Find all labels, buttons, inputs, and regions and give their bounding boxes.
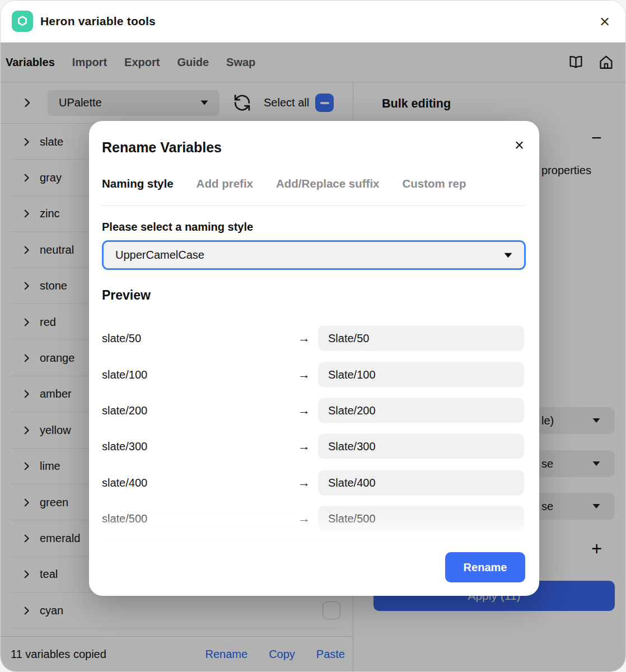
arrow-right-icon: → (298, 548, 310, 558)
preview-to-input[interactable]: Slate/300 (318, 434, 524, 459)
arrow-right-icon: → (298, 403, 310, 418)
modal-close-icon[interactable]: × (515, 137, 524, 153)
arrow-right-icon: → (298, 331, 310, 346)
tab-add-replace-suffix[interactable]: Add/Replace suffix (276, 177, 380, 190)
preview-from: slate/50 (102, 332, 141, 345)
preview-list: slate/50 → Slate/50 slate/100 → Slate/10… (102, 320, 525, 558)
preview-to-input[interactable]: Slate/100 (318, 362, 524, 387)
rename-button[interactable]: Rename (445, 552, 525, 582)
preview-from: slate/100 (102, 368, 147, 381)
preview-heading: Preview (102, 288, 151, 303)
rename-variables-modal: Rename Variables × Naming style Add pref… (89, 121, 539, 596)
title-bar: Heron variable tools × (1, 1, 625, 43)
window-title: Heron variable tools (40, 15, 156, 28)
naming-style-select[interactable]: UpperCamelCase (102, 240, 526, 270)
preview-row: slate/50 → Slate/50 (102, 320, 525, 356)
tab-custom-replace[interactable]: Custom rep (403, 177, 466, 190)
preview-from: slate/300 (102, 440, 147, 453)
arrow-right-icon: → (298, 475, 310, 490)
preview-to-input[interactable]: Slate/500 (318, 506, 524, 531)
tab-naming-style[interactable]: Naming style (102, 177, 174, 190)
modal-title: Rename Variables (102, 139, 222, 156)
preview-to-input[interactable]: Slate/50 (318, 326, 524, 351)
preview-from: slate/600 (102, 548, 147, 558)
naming-style-value: UpperCamelCase (115, 249, 204, 262)
tab-divider (102, 206, 525, 206)
preview-from: slate/400 (102, 476, 147, 489)
preview-row: slate/300 → Slate/300 (102, 428, 525, 464)
preview-row: slate/500 → Slate/500 (102, 501, 525, 536)
modal-tab-bar: Naming style Add prefix Add/Replace suff… (102, 177, 528, 190)
preview-row: slate/200 → Slate/200 (102, 393, 525, 428)
naming-style-label: Please select a naming style (102, 221, 253, 234)
caret-down-icon (504, 253, 512, 258)
preview-from: slate/500 (102, 512, 147, 525)
plugin-window: Heron variable tools × Variables Import … (0, 0, 626, 672)
arrow-right-icon: → (298, 367, 310, 382)
preview-row: slate/400 → Slate/400 (102, 465, 525, 501)
preview-from: slate/200 (102, 404, 147, 417)
preview-to-input[interactable]: Slate/400 (318, 470, 524, 495)
tab-add-prefix[interactable]: Add prefix (197, 177, 253, 190)
arrow-right-icon: → (298, 511, 310, 526)
arrow-right-icon: → (298, 439, 310, 454)
heron-logo-icon (12, 11, 33, 32)
preview-row: slate/100 → Slate/100 (102, 356, 525, 392)
window-close-icon[interactable]: × (599, 13, 611, 30)
preview-to-input[interactable]: Slate/200 (318, 398, 524, 423)
